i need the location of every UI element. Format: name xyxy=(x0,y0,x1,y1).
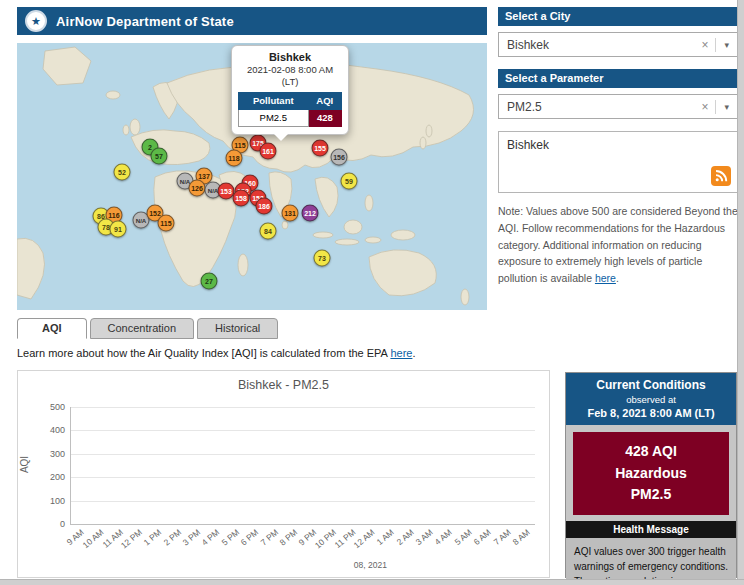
chart-y-tick: 0 xyxy=(31,519,65,529)
health-message-title: Health Message xyxy=(566,521,736,538)
current-conditions-title: Current Conditions xyxy=(570,378,732,392)
tab-historical[interactable]: Historical xyxy=(197,318,278,339)
dos-seal-logo: ★ xyxy=(25,10,47,32)
chart-x-tick: 8 AM xyxy=(516,525,535,569)
popup-col-pollutant: Pollutant xyxy=(239,92,309,109)
current-conditions-panel: Current Conditions observed at Feb 8, 20… xyxy=(565,372,737,578)
airnow-page: ★ AirNow Department of State xyxy=(0,0,744,585)
city-dropdown-caret-icon[interactable]: ▾ xyxy=(716,40,737,50)
chart-x-tick: 12 PM xyxy=(128,525,147,569)
map-marker[interactable]: 156 xyxy=(331,149,348,166)
map-marker[interactable]: 131 xyxy=(282,205,299,222)
chart-x-tick: 5 PM xyxy=(225,525,244,569)
chart-x-tick: 6 AM xyxy=(477,525,496,569)
chart-x-tick: 4 PM xyxy=(206,525,225,569)
map-marker[interactable]: 84 xyxy=(260,223,277,240)
parameter-select[interactable]: PM2.5 × ▾ xyxy=(498,94,738,119)
epa-link[interactable]: here xyxy=(390,347,412,359)
parameter-select-value: PM2.5 xyxy=(499,100,694,114)
city-clear-icon[interactable]: × xyxy=(694,38,716,52)
map-marker[interactable]: 126 xyxy=(189,180,206,197)
map-marker[interactable]: 186 xyxy=(256,198,273,215)
parameter-dropdown-caret-icon[interactable]: ▾ xyxy=(716,102,737,112)
map-marker[interactable]: 115 xyxy=(158,215,175,232)
chart-y-tick: 300 xyxy=(31,449,65,459)
chart-y-tick: 100 xyxy=(31,496,65,506)
vertical-scrollbar[interactable] xyxy=(737,0,744,585)
sidebar: Select a City Bishkek × ▾ Select a Param… xyxy=(498,7,738,287)
health-message-text: AQI values over 300 trigger health warni… xyxy=(566,538,736,585)
map-marker[interactable]: 158 xyxy=(233,190,250,207)
chart-y-tick: 500 xyxy=(31,402,65,412)
rss-city-label: Bishkek xyxy=(507,138,549,152)
map-marker[interactable]: 161 xyxy=(260,143,277,160)
popup-city-name: Bishkek xyxy=(238,51,342,63)
observed-at-datetime: Feb 8, 2021 8:00 AM (LT) xyxy=(570,407,732,419)
chart-x-tick: 2 PM xyxy=(167,525,186,569)
current-conditions-header: Current Conditions observed at Feb 8, 20… xyxy=(566,373,736,425)
popup-col-aqi: AQI xyxy=(308,92,341,109)
city-select[interactable]: Bishkek × ▾ xyxy=(498,32,738,57)
chart-date-label: 08, 2021 xyxy=(354,560,387,570)
page-title: AirNow Department of State xyxy=(56,14,234,29)
map-marker[interactable]: 91 xyxy=(110,221,127,238)
popup-aqi-value: 428 xyxy=(308,109,341,126)
map-marker[interactable]: 155 xyxy=(312,140,329,157)
chart-x-tick: 4 AM xyxy=(438,525,457,569)
chart-title: Bishkek - PM2.5 xyxy=(18,378,549,392)
city-select-value: Bishkek xyxy=(499,38,694,52)
chart-plot-area: 5004003002001000 xyxy=(70,407,535,525)
aqi-summary-box: 428 AQI Hazardous PM2.5 xyxy=(573,432,729,515)
aqi-value: 428 AQI xyxy=(577,441,725,463)
beyond-aqi-note: Note: Values above 500 are considered Be… xyxy=(498,203,738,287)
note-suffix: . xyxy=(616,272,619,284)
chart-y-tick: 400 xyxy=(31,425,65,435)
rss-feed-box: Bishkek xyxy=(498,131,738,193)
map-marker[interactable]: 59 xyxy=(341,173,358,190)
popup-aqi-table: Pollutant AQI PM2.5 428 xyxy=(238,92,342,127)
aqi-parameter: PM2.5 xyxy=(577,484,725,506)
map-popup: Bishkek 2021-02-08 8:00 AM (LT) Pollutan… xyxy=(231,45,349,135)
chart-x-tick: 6 PM xyxy=(244,525,263,569)
parameter-clear-icon[interactable]: × xyxy=(694,100,716,114)
map-marker[interactable]: 118 xyxy=(226,150,243,167)
learn-more-suffix: . xyxy=(412,347,415,359)
chart-gridline xyxy=(71,407,535,408)
rss-icon[interactable] xyxy=(711,166,731,186)
select-city-header: Select a City xyxy=(498,7,738,26)
app-header: ★ AirNow Department of State xyxy=(17,7,487,35)
chart-gridline xyxy=(71,454,535,455)
chart-gridline xyxy=(71,477,535,478)
seal-star-icon: ★ xyxy=(31,15,41,28)
map-marker[interactable]: 52 xyxy=(114,164,131,181)
tab-concentration[interactable]: Concentration xyxy=(90,318,195,339)
chart-gridline xyxy=(71,430,535,431)
view-tabs: AQI Concentration Historical xyxy=(17,318,281,339)
world-map[interactable]: 25752N/A137126N/A15311517516111816015215… xyxy=(17,43,487,310)
chart-gridline xyxy=(71,501,535,502)
chart-x-tick: 7 AM xyxy=(496,525,515,569)
aqi-category: Hazardous xyxy=(577,463,725,485)
chart-x-tick: 2 AM xyxy=(399,525,418,569)
learn-more-prefix: Learn more about how the Air Quality Ind… xyxy=(17,347,390,359)
chart-x-tick: 3 PM xyxy=(186,525,205,569)
chart-y-axis-label: AQI xyxy=(19,456,30,473)
aqi-chart-panel: Bishkek - PM2.5 AQI 5004003002001000 9 A… xyxy=(17,370,550,578)
horizontal-scrollbar[interactable] xyxy=(0,579,744,585)
learn-more-text: Learn more about how the Air Quality Ind… xyxy=(17,347,415,359)
chart-x-tick: 5 AM xyxy=(458,525,477,569)
map-marker[interactable]: 27 xyxy=(201,273,218,290)
select-parameter-header: Select a Parameter xyxy=(498,69,738,88)
map-marker[interactable]: 57 xyxy=(151,148,168,165)
map-marker[interactable]: 73 xyxy=(314,250,331,267)
map-marker[interactable]: 212 xyxy=(302,205,319,222)
chart-x-tick: 3 AM xyxy=(419,525,438,569)
tab-aqi[interactable]: AQI xyxy=(17,318,87,339)
chart-y-tick: 200 xyxy=(31,472,65,482)
observed-at-label: observed at xyxy=(570,394,732,405)
popup-pollutant-value: PM2.5 xyxy=(239,109,309,126)
note-link[interactable]: here xyxy=(595,272,616,284)
chart-x-axis-labels: 9 AM10 AM11 AM12 PM1 PM2 PM3 PM4 PM5 PM6… xyxy=(70,525,535,569)
chart-bars xyxy=(71,407,535,524)
chart-x-tick: 1 PM xyxy=(148,525,167,569)
